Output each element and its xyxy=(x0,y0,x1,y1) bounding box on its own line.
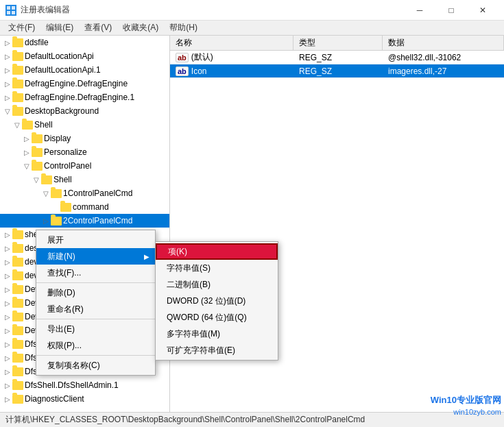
ctx-rename[interactable]: 重命名(R) xyxy=(36,301,155,317)
expand-icon: ▽ xyxy=(41,188,51,198)
tree-item-ddsfile[interactable]: ▷ ddsfile xyxy=(0,36,169,49)
tree-item-shell-2[interactable]: ▽ Shell xyxy=(0,173,169,186)
context-menu[interactable]: 展开 新建(N) ▶ 查找(F)... 删除(D) 重命名(R) 导出(E) 权… xyxy=(36,230,156,376)
expand-icon: ▷ xyxy=(22,147,32,157)
menu-view[interactable]: 查看(V) xyxy=(79,21,117,35)
folder-icon xyxy=(12,284,23,294)
folder-icon xyxy=(12,339,23,349)
reg-name-cell: ab Icon xyxy=(170,66,293,76)
ctx-separator-1 xyxy=(36,282,155,283)
svg-rect-2 xyxy=(7,11,10,14)
folder-icon xyxy=(41,175,52,184)
expand-icon: ▷ xyxy=(3,271,12,280)
folder-icon xyxy=(12,312,23,321)
folder-icon xyxy=(12,38,23,47)
tree-item-diagnosticclient[interactable]: ▷ DiagnosticClient xyxy=(0,392,169,406)
submenu-item-key[interactable]: 项(K) xyxy=(156,243,278,260)
submenu-item-string[interactable]: 字符串值(S) xyxy=(156,260,278,276)
svg-rect-0 xyxy=(7,6,10,10)
tree-item-command[interactable]: ▷ command xyxy=(0,200,169,214)
menu-edit[interactable]: 编辑(E) xyxy=(40,21,79,35)
tree-item-desktopbackground[interactable]: ▽ DesktopBackground xyxy=(0,104,169,118)
submenu-item-dword[interactable]: DWORD (32 位)值(D) xyxy=(156,293,278,309)
expand-icon: ▷ xyxy=(41,216,51,225)
tree-item-defragengine1[interactable]: ▷ DefragEngine.DefragEngine.1 xyxy=(0,90,169,104)
tree-item-1controlpanelcmd[interactable]: ▽ 1ControlPanelCmd xyxy=(0,186,169,200)
svg-rect-1 xyxy=(12,6,15,10)
folder-icon xyxy=(12,65,23,75)
folder-icon xyxy=(12,367,23,376)
ctx-separator-2 xyxy=(36,319,155,319)
tree-item-personalize[interactable]: ▷ Personalize xyxy=(0,145,169,159)
status-text: 计算机\HKEY_CLASSES_ROOT\DesktopBackground\… xyxy=(5,414,365,426)
reg-type-cell: REG_SZ xyxy=(293,53,383,62)
ctx-expand[interactable]: 展开 xyxy=(36,232,155,248)
tree-item-2controlpanelcmd[interactable]: ▷ 2ControlPanelCmd xyxy=(0,214,169,228)
app-icon xyxy=(5,5,16,16)
submenu-item-qword[interactable]: QWORD (64 位)值(Q) xyxy=(156,309,278,326)
ab-icon: ab xyxy=(176,66,189,76)
table-row[interactable]: ab Icon REG_SZ imageres.dll,-27 xyxy=(170,64,504,78)
table-row[interactable]: ab (默认) REG_SZ @shell32.dll,-31062 xyxy=(170,51,504,64)
ctx-new[interactable]: 新建(N) ▶ xyxy=(36,248,155,265)
menu-favorites[interactable]: 收藏夹(A) xyxy=(117,21,164,35)
tree-item-defaultlocationapi[interactable]: ▷ DefaultLocationApi xyxy=(0,49,169,63)
maximize-button[interactable]: □ xyxy=(435,0,467,21)
reg-name-cell: ab (默认) xyxy=(170,51,293,63)
folder-icon xyxy=(12,106,23,116)
reg-data-cell: imageres.dll,-27 xyxy=(383,66,504,76)
ctx-copy-name[interactable]: 复制项名称(C) xyxy=(36,357,155,374)
expand-icon: ▷ xyxy=(3,79,12,88)
watermark-line1: Win10专业版官网 xyxy=(431,394,501,406)
ctx-separator-3 xyxy=(36,355,155,356)
folder-icon xyxy=(22,120,33,130)
expand-icon: ▽ xyxy=(3,106,12,116)
submenu-item-multistring[interactable]: 多字符串值(M) xyxy=(156,326,278,342)
expand-icon: ▷ xyxy=(3,367,12,376)
expand-icon: ▽ xyxy=(22,161,32,171)
expand-icon: ▷ xyxy=(3,65,12,75)
window-title: 注册表编辑器 xyxy=(21,4,70,16)
expand-icon: ▷ xyxy=(3,257,12,267)
reg-type-cell: REG_SZ xyxy=(293,66,383,76)
expand-icon: ▷ xyxy=(3,394,12,404)
minimize-button[interactable]: ─ xyxy=(404,0,435,21)
status-bar: 计算机\HKEY_CLASSES_ROOT\DesktopBackground\… xyxy=(0,412,504,427)
menu-file[interactable]: 文件(F) xyxy=(3,21,40,35)
ctx-export[interactable]: 导出(E) xyxy=(36,321,155,337)
tree-item-display[interactable]: ▷ Display xyxy=(0,132,169,145)
expand-icon: ▷ xyxy=(3,243,12,253)
submenu-arrow-icon: ▶ xyxy=(144,253,149,260)
folder-icon xyxy=(12,257,23,267)
submenu[interactable]: 项(K) 字符串值(S) 二进制值(B) DWORD (32 位)值(D) QW… xyxy=(155,241,278,361)
menu-help[interactable]: 帮助(H) xyxy=(164,21,203,35)
tree-item-shell-1[interactable]: ▽ Shell xyxy=(0,118,169,132)
tree-item-dfsshell-admin1[interactable]: ▷ DfsShell.DfsShellAdmin.1 xyxy=(0,378,169,392)
ctx-find[interactable]: 查找(F)... xyxy=(36,265,155,281)
tree-item-defaultlocationapi1[interactable]: ▷ DefaultLocationApi.1 xyxy=(0,63,169,77)
ctx-delete[interactable]: 删除(D) xyxy=(36,284,155,301)
folder-icon xyxy=(12,230,23,239)
close-button[interactable]: ✕ xyxy=(467,0,499,21)
folder-icon xyxy=(12,353,23,363)
expand-icon: ▽ xyxy=(12,120,22,130)
submenu-item-expandstring[interactable]: 可扩充字符串值(E) xyxy=(156,342,278,358)
col-name-header: 名称 xyxy=(170,36,293,50)
submenu-item-binary[interactable]: 二进制值(B) xyxy=(156,276,278,293)
folder-icon xyxy=(12,79,23,88)
column-headers: 名称 类型 数据 xyxy=(170,36,504,51)
folder-icon xyxy=(12,51,23,61)
window-controls: ─ □ ✕ xyxy=(404,0,499,21)
expand-icon: ▷ xyxy=(3,51,12,61)
expand-icon: ▷ xyxy=(3,380,12,390)
reg-data-cell: @shell32.dll,-31062 xyxy=(383,53,504,62)
folder-icon xyxy=(12,271,23,280)
ctx-permissions[interactable]: 权限(P)... xyxy=(36,337,155,354)
tree-item-defragengine[interactable]: ▷ DefragEngine.DefragEngine xyxy=(0,77,169,90)
folder-icon xyxy=(51,216,62,225)
expand-icon: ▷ xyxy=(3,353,12,363)
expand-icon: ▷ xyxy=(22,134,32,143)
folder-icon xyxy=(32,147,43,157)
tree-item-controlpanel[interactable]: ▽ ControlPanel xyxy=(0,159,169,173)
expand-icon: ▷ xyxy=(3,38,12,47)
